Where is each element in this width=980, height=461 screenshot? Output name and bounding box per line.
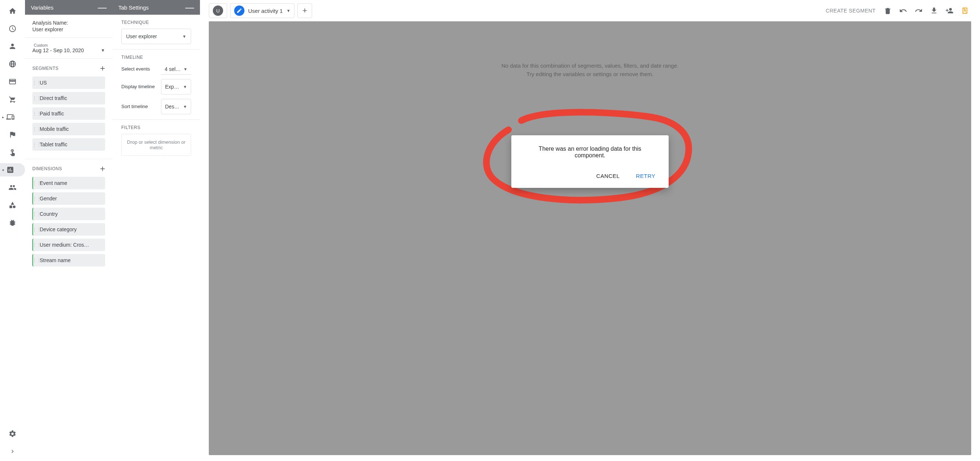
- display-timeline-dropdown[interactable]: Expan… ▼: [161, 79, 191, 94]
- dimension-chip[interactable]: Event name: [32, 177, 105, 189]
- filters-dropzone[interactable]: Drop or select dimension or metric: [121, 134, 191, 156]
- trash-icon: [884, 6, 892, 15]
- date-custom-label: Custom: [32, 43, 105, 48]
- undo-icon: [899, 6, 907, 15]
- tab-settings-title: Tab Settings: [118, 5, 149, 11]
- chip-label: Direct traffic: [40, 95, 70, 101]
- drag-handle-icon: [33, 141, 40, 148]
- no-data-line1: No data for this combination of segments…: [501, 62, 679, 70]
- nav-card[interactable]: [6, 75, 19, 88]
- caret-down-icon: ▼: [183, 67, 188, 72]
- segments-list: USDirect trafficPaid trafficMobile traff…: [25, 76, 113, 159]
- segment-chip[interactable]: US: [32, 76, 105, 89]
- sort-timeline-value: Desce…: [165, 104, 181, 110]
- caret-right-icon: ▸: [2, 115, 4, 119]
- nav-touch[interactable]: [6, 146, 19, 159]
- drag-handle-icon: [33, 111, 40, 116]
- cart-icon: [8, 95, 16, 103]
- caret-down-icon[interactable]: ▼: [286, 8, 290, 13]
- nav-shapes[interactable]: [6, 199, 19, 212]
- sort-timeline-dropdown[interactable]: Desce… ▼: [161, 99, 191, 114]
- chip-label: Gender: [40, 196, 60, 202]
- nav-flag[interactable]: [6, 128, 19, 141]
- touch-icon: [8, 148, 16, 156]
- dimensions-list: Event nameGenderCountryDevice categoryUs…: [25, 177, 113, 275]
- active-tab[interactable]: User activity 1 ▼: [230, 3, 294, 18]
- flag-icon: [8, 130, 16, 138]
- nav-people[interactable]: [6, 181, 19, 194]
- chip-label: Device category: [40, 226, 80, 232]
- nav-user[interactable]: [6, 40, 19, 53]
- caret-down-icon: ▼: [183, 84, 187, 89]
- technique-value: User explorer: [126, 33, 157, 39]
- segment-chip[interactable]: Paid traffic: [32, 107, 105, 120]
- variables-title: Variables: [31, 5, 53, 11]
- error-dialog: There was an error loading data for this…: [511, 135, 669, 188]
- no-data-line2: Try editing the variables or settings or…: [501, 70, 679, 79]
- nav-devices[interactable]: ▸: [0, 110, 25, 124]
- segment-chip[interactable]: Tablet traffic: [32, 138, 105, 151]
- main-area: U User activity 1 ▼ + CREATE SEGMENT No …: [200, 0, 980, 461]
- shapes-icon: [8, 201, 16, 209]
- dimension-chip[interactable]: User medium: Cros…: [32, 238, 105, 251]
- nav-analysis[interactable]: ▾: [0, 163, 25, 176]
- nav-rail: ▸ ▾: [0, 0, 25, 461]
- add-segment-button[interactable]: +: [100, 64, 105, 73]
- analysis-name-value[interactable]: User explorer: [32, 27, 105, 32]
- drag-handle-icon: [33, 242, 40, 248]
- dialog-cancel-button[interactable]: CANCEL: [595, 170, 621, 181]
- devices-icon: [6, 113, 14, 121]
- select-events-dropdown[interactable]: 4 selected ▼: [161, 64, 191, 75]
- date-range-selector[interactable]: Aug 12 - Sep 10, 2020 ▼: [32, 48, 105, 53]
- nav-recent[interactable]: [6, 22, 19, 35]
- chip-label: Stream name: [40, 258, 73, 263]
- nav-bug[interactable]: [6, 216, 19, 229]
- analysis-canvas: No data for this combination of segments…: [209, 21, 971, 455]
- tab-settings-panel: Tab Settings — TECHNIQUE User explorer ▼…: [113, 0, 200, 461]
- segment-chip[interactable]: Direct traffic: [32, 92, 105, 104]
- redo-button[interactable]: [912, 5, 925, 17]
- segment-chip[interactable]: Mobile traffic: [32, 123, 105, 135]
- undo-button[interactable]: [897, 5, 909, 17]
- delete-button[interactable]: [881, 5, 894, 17]
- dimension-chip[interactable]: Country: [32, 208, 105, 220]
- tab-badge[interactable]: U: [209, 3, 227, 18]
- variables-panel: Variables — Analysis Name: User explorer…: [25, 0, 113, 461]
- nav-globe[interactable]: [6, 57, 19, 71]
- drag-handle-icon: [33, 95, 40, 101]
- sampling-button[interactable]: [959, 5, 971, 17]
- nav-cart[interactable]: [6, 93, 19, 106]
- minimize-icon[interactable]: —: [185, 3, 194, 12]
- sampling-icon: [961, 6, 969, 15]
- add-tab-button[interactable]: +: [298, 3, 312, 18]
- select-events-row: Select events 4 selected ▼: [121, 64, 191, 75]
- technique-label: TECHNIQUE: [121, 20, 191, 25]
- nav-settings[interactable]: [6, 427, 19, 440]
- nav-expand[interactable]: [6, 445, 19, 458]
- download-button[interactable]: [928, 5, 940, 17]
- globe-icon: [8, 60, 16, 68]
- display-timeline-label: Display timeline: [121, 84, 157, 90]
- dimension-chip[interactable]: Stream name: [32, 254, 105, 267]
- clock-icon: [8, 25, 16, 33]
- dimension-chip[interactable]: Gender: [32, 192, 105, 205]
- create-segment-button[interactable]: CREATE SEGMENT: [826, 8, 876, 14]
- drag-handle-icon: [33, 126, 40, 132]
- add-dimension-button[interactable]: +: [100, 164, 105, 173]
- nav-home[interactable]: [6, 5, 19, 17]
- dialog-retry-button[interactable]: RETRY: [635, 170, 657, 181]
- caret-down-icon: ▾: [2, 168, 4, 172]
- bug-icon: [8, 219, 16, 227]
- minimize-icon[interactable]: —: [98, 3, 107, 12]
- dimension-chip[interactable]: Device category: [32, 223, 105, 236]
- tab-badge-letter: U: [213, 5, 223, 16]
- home-icon: [8, 7, 16, 15]
- chip-label: Tablet traffic: [40, 141, 70, 148]
- drag-handle-icon: [33, 80, 40, 86]
- share-button[interactable]: [943, 5, 956, 17]
- technique-select[interactable]: User explorer ▼: [121, 29, 191, 44]
- analysis-name-label: Analysis Name:: [32, 20, 105, 26]
- drag-handle-icon: [33, 180, 40, 186]
- dimensions-heading-row: DIMENSIONS +: [25, 159, 113, 177]
- drag-handle-icon: [33, 258, 40, 263]
